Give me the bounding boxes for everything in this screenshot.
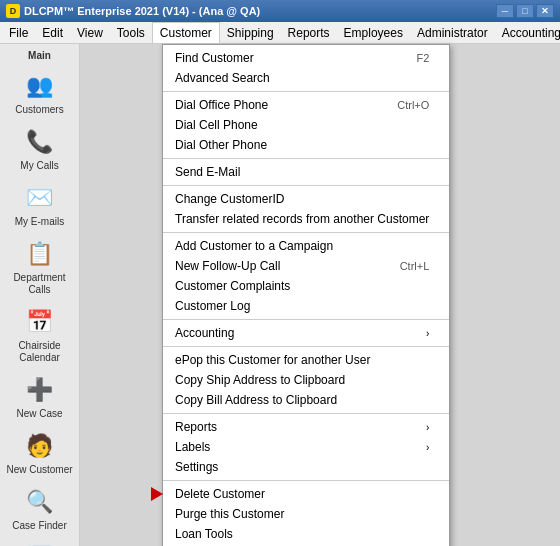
- menu-epop[interactable]: ePop this Customer for another User: [163, 350, 449, 370]
- labels-arrow-icon: ›: [426, 442, 429, 453]
- sep-4: [163, 232, 449, 233]
- add-campaign-label: Add Customer to a Campaign: [175, 239, 333, 253]
- copy-ship-label: Copy Ship Address to Clipboard: [175, 373, 345, 387]
- menu-copy-ship[interactable]: Copy Ship Address to Clipboard: [163, 370, 449, 390]
- menu-change-customerid[interactable]: Change CustomerID: [163, 189, 449, 209]
- sep-1: [163, 91, 449, 92]
- loan-tools-label: Loan Tools: [175, 527, 233, 541]
- menu-advanced-search[interactable]: Advanced Search: [163, 68, 449, 88]
- new-customer-icon: 🧑: [22, 428, 58, 464]
- menu-edit[interactable]: Edit: [35, 23, 70, 43]
- new-case-icon: ➕: [22, 372, 58, 408]
- sidebar-item-dept-calls[interactable]: 📋 Department Calls: [4, 233, 76, 299]
- title-bar: D DLCPM™ Enterprise 2021 (V14) - (Ana @ …: [0, 0, 560, 22]
- menu-accounting[interactable]: Accounting: [495, 23, 560, 43]
- dial-office-shortcut: Ctrl+O: [397, 99, 429, 111]
- invoice-icon: 🖥️: [22, 540, 58, 546]
- menu-employees[interactable]: Employees: [337, 23, 410, 43]
- menu-reports[interactable]: Reports: [281, 23, 337, 43]
- sidebar-item-case-finder[interactable]: 🔍 Case Finder: [4, 481, 76, 535]
- window-controls: ─ □ ✕: [496, 4, 554, 18]
- my-calls-label: My Calls: [20, 160, 58, 172]
- menu-settings[interactable]: Settings: [163, 457, 449, 477]
- menu-purge-customer[interactable]: Purge this Customer: [163, 504, 449, 524]
- sep-3: [163, 185, 449, 186]
- sidebar-item-chairside-cal[interactable]: 📅 Chairside Calendar: [4, 301, 76, 367]
- sidebar: Main 👥 Customers 📞 My Calls ✉️ My E-mail…: [0, 44, 80, 546]
- menu-transfer-records[interactable]: Transfer related records from another Cu…: [163, 209, 449, 229]
- dial-cell-label: Dial Cell Phone: [175, 118, 258, 132]
- sidebar-section: Main: [0, 48, 79, 63]
- menu-dial-office[interactable]: Dial Office Phone Ctrl+O: [163, 95, 449, 115]
- epop-label: ePop this Customer for another User: [175, 353, 370, 367]
- delete-customer-label: Delete Customer: [175, 487, 265, 501]
- new-followup-label: New Follow-Up Call: [175, 259, 280, 273]
- menu-loan-tools[interactable]: Loan Tools: [163, 524, 449, 544]
- sep-5: [163, 319, 449, 320]
- menu-file[interactable]: File: [2, 23, 35, 43]
- change-customerid-label: Change CustomerID: [175, 192, 284, 206]
- case-finder-icon: 🔍: [22, 484, 58, 520]
- main-layout: Main 👥 Customers 📞 My Calls ✉️ My E-mail…: [0, 44, 560, 546]
- dept-calls-label: Department Calls: [6, 272, 74, 296]
- menu-add-campaign[interactable]: Add Customer to a Campaign: [163, 236, 449, 256]
- purge-customer-label: Purge this Customer: [175, 507, 284, 521]
- close-button[interactable]: ✕: [536, 4, 554, 18]
- reports-submenu-label: Reports: [175, 420, 217, 434]
- menu-dial-other[interactable]: Dial Other Phone: [163, 135, 449, 155]
- menu-dial-cell[interactable]: Dial Cell Phone: [163, 115, 449, 135]
- menu-view[interactable]: View: [70, 23, 110, 43]
- my-calls-icon: 📞: [22, 124, 58, 160]
- menu-copy-bill[interactable]: Copy Bill Address to Clipboard: [163, 390, 449, 410]
- menu-new-followup[interactable]: New Follow-Up Call Ctrl+L: [163, 256, 449, 276]
- sep-7: [163, 413, 449, 414]
- maximize-button[interactable]: □: [516, 4, 534, 18]
- find-customer-label: Find Customer: [175, 51, 254, 65]
- send-email-label: Send E-Mail: [175, 165, 240, 179]
- advanced-search-label: Advanced Search: [175, 71, 270, 85]
- menu-accounting-submenu[interactable]: Accounting ›: [163, 323, 449, 343]
- title-text: DLCPM™ Enterprise 2021 (V14) - (Ana @ QA…: [24, 5, 260, 17]
- menu-send-email[interactable]: Send E-Mail: [163, 162, 449, 182]
- content-area: Find Customer F2 Advanced Search Dial Of…: [80, 44, 560, 546]
- menu-complaints[interactable]: Customer Complaints: [163, 276, 449, 296]
- sidebar-item-new-case[interactable]: ➕ New Case: [4, 369, 76, 423]
- new-followup-shortcut: Ctrl+L: [400, 260, 430, 272]
- app-icon: D: [6, 4, 20, 18]
- menu-tools[interactable]: Tools: [110, 23, 152, 43]
- copy-bill-label: Copy Bill Address to Clipboard: [175, 393, 337, 407]
- menu-customer[interactable]: Customer: [152, 22, 220, 43]
- new-customer-label: New Customer: [6, 464, 72, 476]
- menu-shipping[interactable]: Shipping: [220, 23, 281, 43]
- customers-icon: 👥: [22, 68, 58, 104]
- accounting-arrow-icon: ›: [426, 328, 429, 339]
- labels-submenu-label: Labels: [175, 440, 210, 454]
- menu-reports-submenu[interactable]: Reports ›: [163, 417, 449, 437]
- menu-find-customer[interactable]: Find Customer F2: [163, 48, 449, 68]
- menu-customer-log[interactable]: Customer Log: [163, 296, 449, 316]
- chairside-label: Chairside Calendar: [6, 340, 74, 364]
- dept-calls-icon: 📋: [22, 236, 58, 272]
- sep-6: [163, 346, 449, 347]
- customer-dropdown-menu: Find Customer F2 Advanced Search Dial Of…: [162, 44, 450, 546]
- case-finder-label: Case Finder: [12, 520, 66, 532]
- dial-other-label: Dial Other Phone: [175, 138, 267, 152]
- sep-2: [163, 158, 449, 159]
- chairside-icon: 📅: [22, 304, 58, 340]
- sidebar-item-my-emails[interactable]: ✉️ My E-mails: [4, 177, 76, 231]
- sidebar-item-my-calls[interactable]: 📞 My Calls: [4, 121, 76, 175]
- sidebar-item-invoice-case[interactable]: 🖥️ Invoice Case: [4, 537, 76, 546]
- menu-labels-submenu[interactable]: Labels ›: [163, 437, 449, 457]
- accounting-submenu-label: Accounting: [175, 326, 234, 340]
- sep-8: [163, 480, 449, 481]
- reports-arrow-icon: ›: [426, 422, 429, 433]
- sidebar-item-new-customer[interactable]: 🧑 New Customer: [4, 425, 76, 479]
- minimize-button[interactable]: ─: [496, 4, 514, 18]
- find-customer-shortcut: F2: [416, 52, 429, 64]
- red-arrow-pointer: [151, 487, 163, 501]
- menu-delete-customer[interactable]: Delete Customer: [163, 484, 449, 504]
- sidebar-item-customers[interactable]: 👥 Customers: [4, 65, 76, 119]
- customer-log-label: Customer Log: [175, 299, 250, 313]
- new-case-label: New Case: [16, 408, 62, 420]
- menu-administrator[interactable]: Administrator: [410, 23, 495, 43]
